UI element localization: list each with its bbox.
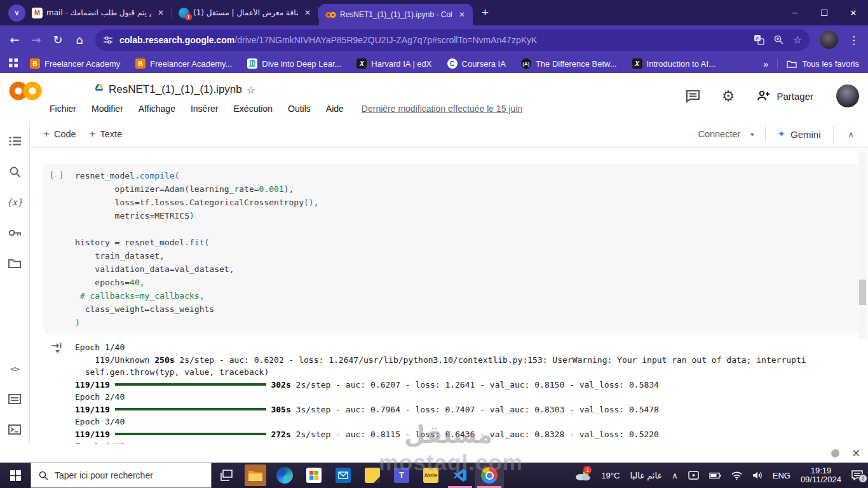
- tab-title: mail - لم يتم قبول طلب انضمامك: [46, 8, 151, 17]
- mail-button[interactable]: [329, 463, 358, 488]
- add-text-label: Texte: [100, 129, 123, 139]
- drive-icon: [94, 84, 104, 95]
- chrome-button[interactable]: [475, 463, 504, 488]
- star-icon[interactable]: ☆: [247, 84, 255, 96]
- bookmark-freelancer-academy-2[interactable]: B Freelancer Academy...: [135, 58, 232, 69]
- chevron-down-icon[interactable]: ▾: [750, 131, 754, 138]
- bookmark-the-difference[interactable]: (A) The Difference Betw...: [521, 58, 617, 69]
- cell-run-gutter[interactable]: [ ]: [50, 170, 64, 180]
- edx-icon: X: [356, 58, 367, 69]
- table-of-contents-icon[interactable]: [0, 126, 29, 156]
- wifi-icon[interactable]: [731, 471, 742, 480]
- tab-mostaql[interactable]: 1 (1) إضافة معرض الأعمال | مستقل ✕: [172, 0, 318, 25]
- all-favorites-label[interactable]: Tous les favoris: [802, 59, 859, 69]
- browser-menu-icon[interactable]: ⋮: [843, 34, 864, 46]
- gemini-button[interactable]: ✦ Gemini: [777, 128, 820, 140]
- bookmarks-overflow-icon[interactable]: »: [763, 58, 768, 69]
- edge-button[interactable]: [270, 463, 299, 488]
- menu-fichier[interactable]: Fichier: [50, 104, 76, 114]
- vscode-button[interactable]: [445, 463, 475, 488]
- menu-aide[interactable]: Aide: [326, 104, 344, 114]
- close-tab-icon[interactable]: ✕: [155, 7, 166, 18]
- output-icon[interactable]: [51, 342, 64, 357]
- new-tab-button[interactable]: +: [482, 6, 489, 20]
- site-settings-icon[interactable]: [103, 35, 113, 45]
- battery-icon[interactable]: [709, 472, 721, 479]
- terminal-icon[interactable]: [0, 414, 29, 445]
- bookmark-star-icon[interactable]: ☆: [793, 34, 802, 46]
- bookmark-introduction-ai[interactable]: X Introduction to AI...: [632, 58, 715, 69]
- language-indicator[interactable]: ENG: [773, 471, 790, 480]
- maximize-button[interactable]: ☐: [810, 0, 839, 25]
- menu-execution[interactable]: Exécution: [234, 104, 273, 114]
- a-circle-icon: (A): [521, 58, 531, 69]
- menu-outils[interactable]: Outils: [288, 104, 311, 114]
- files-folder-icon[interactable]: [0, 248, 29, 278]
- home-button[interactable]: ⌂: [69, 29, 90, 51]
- bookmark-coursera[interactable]: C Coursera IA: [447, 58, 506, 69]
- scrollbar-track[interactable]: [858, 151, 867, 339]
- file-explorer-button[interactable]: [241, 463, 270, 488]
- add-text-button[interactable]: + Texte: [90, 128, 123, 140]
- code-lines[interactable]: resnet_model.compile( optimizer=Adam(lea…: [75, 169, 319, 329]
- clock[interactable]: 19:19 09/11/2024: [801, 466, 841, 484]
- collapse-toolbar-icon[interactable]: ∧: [848, 130, 854, 139]
- start-button[interactable]: [0, 463, 31, 488]
- add-code-button[interactable]: + Code: [43, 128, 76, 140]
- back-button[interactable]: ←: [4, 29, 25, 51]
- reload-button[interactable]: ↻: [47, 29, 69, 51]
- bookmark-dive-into-deep-learning[interactable]: Dive into Deep Lear...: [247, 58, 341, 69]
- last-modified-link[interactable]: Dernière modification effectuée le 15 ju…: [362, 104, 522, 114]
- weather-widget[interactable]: 1: [574, 470, 591, 481]
- connect-button[interactable]: Connecter: [698, 129, 740, 139]
- sticky-notes-button[interactable]: [358, 463, 387, 488]
- bookmark-freelancer-academy[interactable]: B Freelancer Academy: [30, 58, 120, 69]
- menu-modifier[interactable]: Modifier: [92, 104, 123, 114]
- translate-icon[interactable]: A: [754, 34, 764, 45]
- divider: [833, 126, 834, 142]
- apps-grid-icon[interactable]: [9, 58, 18, 69]
- taskbar-search-input[interactable]: Taper ici pour rechercher: [31, 463, 212, 488]
- scrollbar-thumb[interactable]: [859, 280, 866, 305]
- close-tab-icon[interactable]: ✕: [302, 7, 313, 18]
- tab-gmail[interactable]: M mail - لم يتم قبول طلب انضمامك ✕: [25, 0, 172, 25]
- zoom-icon[interactable]: [773, 34, 784, 45]
- minimize-button[interactable]: ─: [780, 0, 810, 25]
- dot-icon[interactable]: [831, 449, 839, 458]
- hidden-icons-chevron[interactable]: ∧: [672, 471, 678, 480]
- volume-icon[interactable]: [752, 471, 763, 480]
- code-cell[interactable]: [ ] resnet_model.compile( optimizer=Adam…: [43, 164, 858, 334]
- close-tab-icon[interactable]: ✕: [456, 9, 468, 20]
- bookmark-harvard-edx[interactable]: X Harvard IA | edX: [356, 58, 431, 69]
- secrets-key-icon[interactable]: [0, 217, 29, 248]
- tab-colab-active[interactable]: ResNET1_(1)_(1)_(1).ipynb - Cola ✕: [319, 4, 473, 25]
- window-controls: ─ ☐ ✕: [780, 0, 868, 25]
- code-snippets-icon[interactable]: <>: [0, 353, 29, 384]
- notebook-filename[interactable]: ResNET1_(1)_(1)_(1).ipynb: [109, 83, 242, 96]
- cast-icon[interactable]: [688, 471, 699, 480]
- comments-icon[interactable]: [686, 90, 700, 103]
- menu-affichage[interactable]: Affichage: [139, 104, 175, 114]
- microsoft-store-button[interactable]: [299, 463, 329, 488]
- command-palette-icon[interactable]: [0, 384, 29, 414]
- gmail-icon: M: [32, 8, 43, 18]
- tab-search-button[interactable]: ∨: [8, 4, 25, 22]
- settings-gear-icon[interactable]: ⚙: [722, 88, 735, 104]
- teams-button[interactable]: T: [387, 463, 416, 488]
- task-view-button[interactable]: [212, 463, 241, 488]
- time: 19:19: [811, 466, 832, 475]
- note-app-button[interactable]: Note: [416, 463, 445, 488]
- share-button[interactable]: Partager: [756, 90, 813, 102]
- close-window-button[interactable]: ✕: [839, 0, 868, 25]
- forward-button[interactable]: →: [25, 29, 47, 51]
- browser-profile-avatar[interactable]: [820, 30, 838, 49]
- menu-inserer[interactable]: Insérer: [191, 104, 219, 114]
- variables-icon[interactable]: {x}: [0, 187, 29, 217]
- close-icon[interactable]: ✕: [852, 447, 860, 459]
- search-icon[interactable]: [0, 156, 29, 187]
- address-bar[interactable]: colab.research.google.com /drive/17NGmkN…: [95, 29, 810, 51]
- colab-logo: [8, 80, 43, 104]
- bookmark-label: The Difference Betw...: [536, 59, 617, 69]
- colab-profile-avatar[interactable]: [836, 85, 859, 107]
- notification-center-icon[interactable]: 2: [851, 470, 863, 480]
